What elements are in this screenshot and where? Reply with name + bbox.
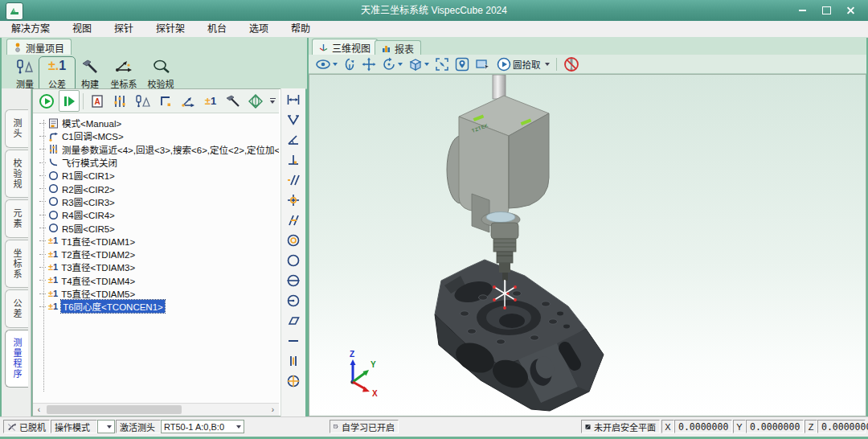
window-title: 天准三坐标系统 VispecCube 2024 [0, 0, 868, 21]
minimize-icon[interactable] [792, 3, 812, 18]
tree-horizontal-scrollbar[interactable]: ‹ › [33, 403, 279, 416]
run-icon [39, 93, 55, 109]
active-probe-select[interactable]: RT50-1 A:0,B:0 [161, 420, 244, 433]
tree-item-mode[interactable]: 模式<Manual> [33, 117, 279, 129]
tree-item-recall[interactable]: C1回调<MCS> [33, 129, 279, 142]
tree-item-circle[interactable]: R5圆<CIR5> [33, 221, 279, 234]
project-icon [14, 43, 22, 52]
tree-item-circle[interactable]: R2圆<CIR2> [33, 182, 279, 195]
menu-probe-rack[interactable]: 探针架 [145, 21, 196, 37]
tree-item-tolerance[interactable]: ±1 T5直径<TDIAM5> [33, 287, 279, 300]
tree-item-circle[interactable]: R4圆<CIR4> [33, 208, 279, 221]
ribbon-tolerance-button[interactable]: ±.1 公差 [39, 56, 76, 92]
probe-disabled-icon [563, 56, 579, 72]
tree-item-tolerance[interactable]: ±1 T1直径<TDIAM1> [33, 235, 279, 248]
menu-solution[interactable]: 解决方案 [0, 21, 61, 37]
circle-chord-icon[interactable] [284, 272, 303, 289]
side-tab-coordinate[interactable]: 坐标系 [5, 240, 28, 288]
side-tab-measure-program[interactable]: 测量程序 [5, 330, 28, 388]
close-icon[interactable] [841, 3, 860, 18]
probe-measure-button[interactable] [133, 90, 154, 112]
tab-3d-view[interactable]: 三维视图 [312, 39, 378, 55]
true-position-icon[interactable] [284, 372, 303, 390]
side-tab-probe[interactable]: 测头 [5, 109, 28, 148]
tree-item-tolerance[interactable]: ±1 T3直径<TDIAM3> [33, 261, 279, 273]
maximize-icon[interactable] [817, 3, 836, 18]
orbit-vertical-button[interactable] [342, 56, 358, 72]
circle-radius-icon[interactable] [284, 292, 303, 310]
step-run-icon [62, 94, 76, 109]
app-window: { "window": { "title": "天准三坐标系统 VispecCu… [0, 0, 868, 439]
locate-probe-button[interactable] [453, 56, 471, 72]
distance-tolerance-icon[interactable] [284, 91, 303, 109]
visibility-button[interactable] [313, 56, 339, 72]
self-learn-status[interactable]: 自学习已开启 [330, 420, 399, 433]
probe-display-disabled-button[interactable] [562, 56, 581, 72]
axis-y-label: Y [371, 360, 376, 369]
op-mode-select[interactable] [97, 420, 115, 433]
ribbon-coordinate-system-button[interactable]: 坐标系 [103, 56, 145, 92]
tree-item-tolerance-selected[interactable]: ±1 T6同心度<TCONCEN1> [33, 300, 279, 313]
tolerance-item-icon: ±1 [48, 289, 58, 298]
window-select-button[interactable] [473, 56, 493, 72]
tab-measure-project[interactable]: 测量项目 [6, 39, 72, 55]
position-cross-icon[interactable] [284, 191, 303, 209]
straightness-icon[interactable] [284, 332, 303, 350]
perpendicularity-icon[interactable] [284, 151, 303, 169]
tab-report[interactable]: 报表 [375, 40, 421, 55]
angle-tolerance-icon[interactable] [284, 131, 303, 149]
tolerance-small-icon: ±1 [205, 96, 216, 105]
menu-view[interactable]: 视图 [61, 21, 103, 37]
tree-item-circle[interactable]: R1圆<CIR1> [33, 169, 279, 182]
run-program-button[interactable] [36, 90, 57, 112]
corner-move-button[interactable] [155, 90, 176, 112]
flatness-icon[interactable] [284, 312, 303, 330]
angle-v-tolerance-icon[interactable] [284, 111, 303, 129]
coordsys-small-button[interactable] [178, 90, 199, 112]
menu-options[interactable]: 选项 [238, 21, 280, 37]
circularity-icon[interactable] [284, 252, 303, 269]
tree-item-tolerance[interactable]: ±1 T2直径<TDIAM2> [33, 248, 279, 261]
chevron-down-icon [236, 425, 241, 429]
pick-mode-label: 圆拾取 [513, 58, 541, 71]
safety-plane-status[interactable]: 未开启安全平面 [581, 420, 660, 433]
menu-help[interactable]: 帮助 [280, 21, 321, 37]
plane-compass-button[interactable] [245, 90, 266, 112]
toolbar-overflow-button[interactable] [268, 92, 277, 111]
menu-machine[interactable]: 机台 [196, 21, 238, 37]
zoom-fit-button[interactable] [433, 56, 451, 72]
circle-icon [48, 223, 59, 233]
side-tab-gauge[interactable]: 校验规 [5, 150, 28, 198]
step-run-button[interactable] [59, 90, 80, 112]
tree-item-circle[interactable]: R3圆<CIR3> [33, 195, 279, 208]
angularity-icon[interactable] [284, 211, 303, 229]
ribbon-gauge-button[interactable]: 校验规 [140, 56, 182, 92]
side-tab-element[interactable]: 元素 [5, 199, 28, 238]
measure-params-button[interactable] [109, 90, 130, 112]
scroll-right-icon[interactable]: › [267, 404, 279, 416]
scrollbar-thumb[interactable] [47, 405, 182, 414]
concentricity-icon[interactable] [284, 232, 303, 249]
symmetry-icon[interactable] [284, 352, 303, 370]
tree-item-measure-params[interactable]: 测量参数逼近<4>,回退<3>,搜索<6>,定位<2>,定位加<2>,测 [33, 143, 279, 156]
rotate-view-button[interactable] [380, 56, 404, 72]
probe-measure-icon [135, 94, 151, 109]
tree-item-fly-mode[interactable]: 飞行模式关闭 [33, 156, 279, 169]
menu-probe[interactable]: 探针 [103, 21, 145, 37]
pan-button[interactable] [360, 56, 378, 72]
tree-item-tolerance[interactable]: ±1 T4直径<TDIAM4> [33, 274, 279, 287]
3d-viewport[interactable]: TZTEK [309, 74, 866, 416]
eye-icon [315, 58, 331, 71]
3d-view-icon [319, 43, 328, 52]
mode-doc-button[interactable]: A [87, 90, 108, 112]
tolerance-small-button[interactable]: ±1 [200, 90, 221, 112]
parallelism-icon[interactable] [284, 171, 303, 189]
circle-icon [48, 183, 59, 194]
side-tab-tolerance[interactable]: 公差 [5, 289, 28, 328]
view-cube-button[interactable] [407, 56, 431, 72]
construct-small-button[interactable] [223, 90, 244, 112]
axis-z-label: Z [350, 350, 354, 359]
circle-pick-button[interactable]: 圆拾取 [495, 56, 551, 72]
offline-status[interactable]: 已脱机 [3, 420, 50, 433]
scroll-left-icon[interactable]: ‹ [33, 404, 45, 416]
